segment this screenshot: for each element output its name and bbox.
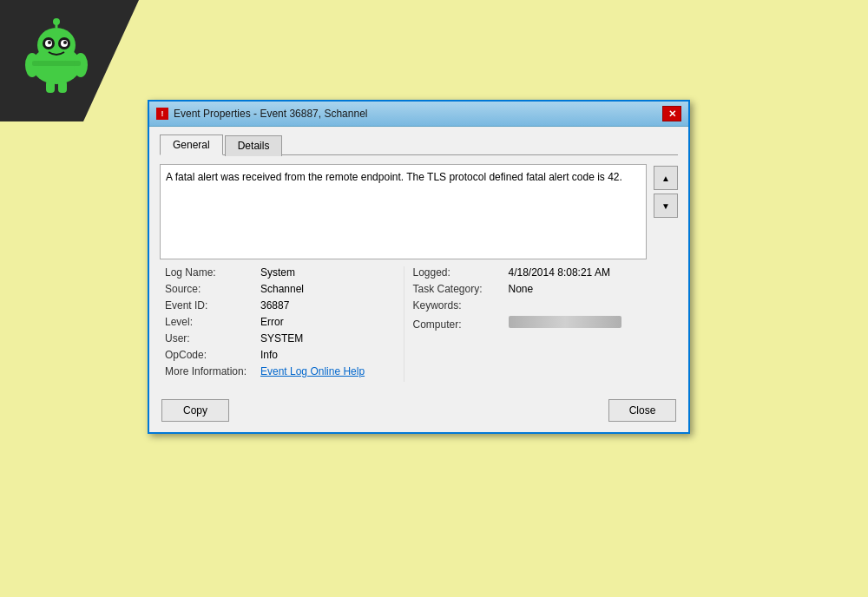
scroll-buttons-container: ▲ ▼ bbox=[654, 164, 678, 389]
opcode-row: OpCode: Info bbox=[165, 349, 395, 361]
svg-point-6 bbox=[48, 41, 51, 44]
source-value: Schannel bbox=[260, 283, 304, 295]
level-value: Error bbox=[260, 316, 284, 328]
copy-button[interactable]: Copy bbox=[161, 399, 229, 422]
more-info-row: More Information: Event Log Online Help bbox=[165, 365, 395, 377]
left-properties: Log Name: System Source: Schannel Event … bbox=[165, 266, 404, 382]
robot-logo-icon bbox=[17, 17, 95, 95]
scroll-down-button[interactable]: ▼ bbox=[654, 194, 678, 218]
task-category-label: Task Category: bbox=[413, 283, 509, 295]
log-name-value: System bbox=[260, 266, 295, 279]
computer-label: Computer: bbox=[413, 318, 509, 331]
user-value: SYSTEM bbox=[260, 332, 303, 344]
close-button[interactable]: Close bbox=[608, 399, 676, 422]
svg-rect-13 bbox=[58, 81, 67, 93]
dialog-body: General Details A fatal alert was receiv… bbox=[149, 127, 688, 432]
event-description-box: A fatal alert was received from the remo… bbox=[160, 164, 647, 259]
opcode-label: OpCode: bbox=[165, 349, 260, 361]
app-logo-container bbox=[13, 13, 100, 100]
keywords-row: Keywords: bbox=[413, 299, 642, 312]
dialog-icon: ! bbox=[156, 108, 168, 120]
user-label: User: bbox=[165, 332, 260, 344]
scroll-up-button[interactable]: ▲ bbox=[654, 166, 678, 190]
level-row: Level: Error bbox=[165, 316, 395, 328]
event-log-online-help-link[interactable]: Event Log Online Help bbox=[260, 365, 365, 377]
source-row: Source: Schannel bbox=[165, 283, 395, 295]
bottom-buttons-bar: Copy Close bbox=[160, 399, 678, 422]
right-properties: Logged: 4/18/2014 8:08:21 AM Task Catego… bbox=[404, 266, 642, 382]
svg-point-9 bbox=[53, 18, 60, 25]
keywords-label: Keywords: bbox=[413, 299, 509, 312]
source-label: Source: bbox=[165, 283, 260, 295]
event-id-label: Event ID: bbox=[165, 299, 260, 312]
title-bar-left: ! Event Properties - Event 36887, Schann… bbox=[156, 108, 367, 120]
more-info-label: More Information: bbox=[165, 365, 260, 377]
task-category-row: Task Category: None bbox=[413, 283, 642, 295]
log-name-label: Log Name: bbox=[165, 266, 260, 279]
log-name-row: Log Name: System bbox=[165, 266, 395, 279]
logged-label: Logged: bbox=[413, 266, 509, 279]
svg-point-7 bbox=[63, 41, 67, 44]
task-category-value: None bbox=[509, 283, 534, 295]
dialog-title: Event Properties - Event 36887, Schannel bbox=[174, 108, 367, 120]
event-description-text: A fatal alert was received from the remo… bbox=[166, 171, 622, 183]
tabs-container: General Details bbox=[160, 134, 678, 155]
logged-value: 4/18/2014 8:08:21 AM bbox=[509, 266, 610, 279]
title-bar-close-button[interactable]: ✕ bbox=[662, 106, 681, 121]
logged-row: Logged: 4/18/2014 8:08:21 AM bbox=[413, 266, 642, 279]
main-panel: A fatal alert was received from the remo… bbox=[160, 164, 647, 389]
tab-details[interactable]: Details bbox=[225, 135, 283, 156]
event-id-value: 36887 bbox=[260, 299, 289, 312]
opcode-value: Info bbox=[260, 349, 278, 361]
svg-rect-14 bbox=[32, 61, 81, 66]
event-properties-dialog: ! Event Properties - Event 36887, Schann… bbox=[148, 100, 690, 434]
content-area: A fatal alert was received from the remo… bbox=[160, 164, 678, 389]
svg-rect-12 bbox=[46, 81, 55, 93]
event-id-row: Event ID: 36887 bbox=[165, 299, 395, 312]
dialog-title-bar: ! Event Properties - Event 36887, Schann… bbox=[149, 102, 688, 127]
user-row: User: SYSTEM bbox=[165, 332, 395, 344]
level-label: Level: bbox=[165, 316, 260, 328]
tab-general[interactable]: General bbox=[160, 134, 223, 155]
computer-value-redacted bbox=[509, 316, 621, 328]
computer-row: Computer: bbox=[413, 316, 642, 331]
properties-grid: Log Name: System Source: Schannel Event … bbox=[160, 259, 647, 389]
